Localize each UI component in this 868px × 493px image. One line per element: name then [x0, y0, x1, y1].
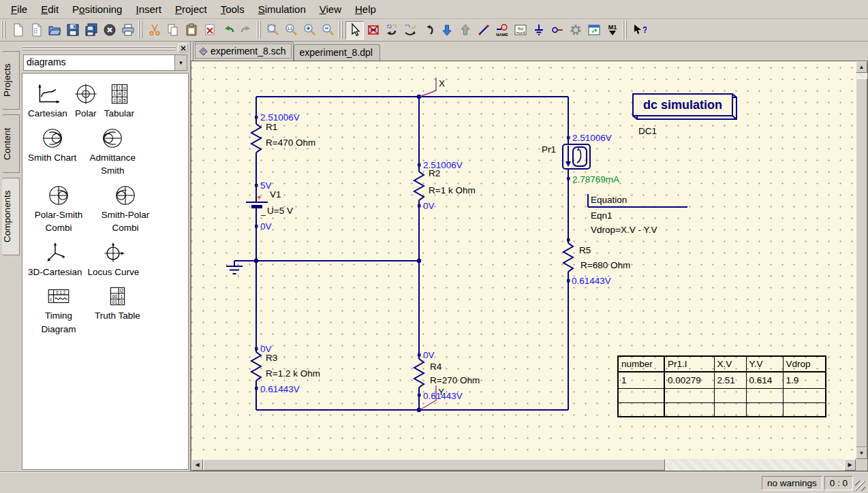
menu-positioning[interactable]: Positioning	[65, 1, 129, 17]
sidebar-tab-content[interactable]: Content	[2, 114, 20, 173]
save-all-button[interactable]	[82, 21, 100, 39]
current-probe-Pr1[interactable]: Pr1 2.51006V 2.78769mA	[542, 133, 619, 185]
cut-button[interactable]	[145, 21, 164, 39]
menu-tools[interactable]: Tools	[214, 1, 251, 17]
sidebar-tab-components[interactable]: Components	[2, 178, 20, 255]
redo-button[interactable]	[237, 21, 255, 39]
scroll-left-icon[interactable]: ◀	[191, 459, 203, 471]
document-tab-dpl[interactable]: experiment_8.dpl	[294, 44, 380, 61]
scroll-up-icon[interactable]: ▲	[856, 61, 867, 73]
diagram-item-3d-cartesian[interactable]: 3D-Cartesian	[28, 241, 82, 279]
sidebar-drag-handle[interactable]	[22, 43, 189, 53]
zoom-in-button[interactable]	[300, 21, 319, 39]
schematic-viewport[interactable]: 2.51006V R1 R=470 Ohm 5V + _ V1 U=5 V 0V	[191, 61, 856, 459]
insert-port-button[interactable]	[548, 21, 566, 39]
results-table[interactable]: numberPr1.IX.VY.VVdrop 10.002792.510.614…	[617, 355, 826, 417]
mirror-about-y-button[interactable]	[419, 21, 437, 39]
resistor-R4[interactable]: 0V R4 R=270 Ohm 0.61443V	[414, 350, 480, 401]
insert-equation-icon: f(u)=u+4	[513, 22, 528, 37]
insert-equation-button[interactable]: f(u)=u+4	[511, 21, 529, 39]
pop-out-of-subcircuit-button[interactable]	[456, 21, 474, 39]
dc-simulation-block[interactable]: dc simulation DC1	[633, 94, 737, 136]
diagram-item-cartesian[interactable]: Cartesian	[28, 82, 67, 121]
open-file-icon	[47, 22, 62, 37]
truth-table-icon: Q001010	[104, 285, 130, 307]
zoom-1-1-button[interactable]: 1:1	[282, 21, 300, 39]
svg-text:4: 4	[119, 91, 121, 96]
mirror-about-x-button[interactable]	[401, 21, 419, 39]
horizontal-scrollbar[interactable]: ◀ ▶	[191, 459, 856, 471]
simulate-button[interactable]	[566, 21, 585, 39]
view-data-display-button[interactable]	[585, 21, 603, 39]
toolbar-section-handle[interactable]	[1, 21, 6, 39]
horizontal-scroll-thumb[interactable]	[203, 459, 665, 471]
delete-button[interactable]	[200, 21, 219, 39]
insert-wire-button[interactable]	[474, 21, 493, 39]
menu-file[interactable]: File	[4, 1, 34, 17]
document-tab-sch[interactable]: experiment_8.sch	[193, 42, 294, 61]
zoom-fit-button[interactable]	[264, 21, 282, 39]
vertical-scroll-thumb[interactable]	[856, 78, 867, 447]
menu-edit[interactable]: Edit	[34, 1, 65, 17]
diagram-item-polar[interactable]: Polar	[73, 82, 99, 121]
resistor-R2[interactable]: 2.51006V R2 R=1 k Ohm 0V	[414, 160, 476, 211]
diagram-item-truth-table[interactable]: Q001010Truth Table	[95, 285, 140, 323]
component-category-select[interactable]: diagrams ▼	[23, 54, 187, 71]
toolbar-section-handle[interactable]	[138, 21, 143, 39]
paste-icon	[184, 22, 199, 37]
new-text-document-button[interactable]	[27, 21, 45, 39]
diagram-item-polar-smith-combi[interactable]: Polar-Smith Combi	[28, 184, 89, 235]
scroll-right-icon[interactable]: ▶	[844, 459, 856, 471]
results-col-header: Pr1.I	[664, 356, 714, 372]
chevron-down-icon[interactable]: ▼	[174, 55, 187, 70]
cursor-position-status: 0 : 0	[824, 476, 853, 490]
print-button[interactable]	[119, 21, 137, 39]
resistor-R1[interactable]: 2.51006V R1 R=470 Ohm	[251, 112, 315, 153]
svg-text:3: 3	[119, 98, 121, 103]
toolbar-section-handle[interactable]	[623, 21, 627, 39]
menu-insert[interactable]: Insert	[129, 1, 168, 17]
insert-wire-label-button[interactable]: NAME	[493, 21, 511, 39]
rotate-ccw-button[interactable]	[382, 21, 401, 39]
resize-grip[interactable]	[855, 481, 865, 491]
undo-button[interactable]	[219, 21, 237, 39]
ground-symbol[interactable]	[226, 261, 243, 274]
equation-block[interactable]: Equation Eqn1 Vdrop=X.V - Y.V	[588, 194, 687, 235]
menu-simulation[interactable]: Simulation	[251, 1, 313, 17]
scroll-down-icon[interactable]: ▼	[856, 447, 867, 459]
new-file-icon	[10, 22, 25, 37]
resistor-R5[interactable]: R5 R=680 Ohm 0.61443V	[563, 243, 630, 286]
paste-button[interactable]	[182, 21, 200, 39]
push-into-subcircuit-button[interactable]	[437, 21, 456, 39]
diagram-item-timing-diagram[interactable]: 0 1 2cTiming Diagram	[28, 285, 89, 336]
deactivate-component-button[interactable]	[364, 21, 382, 39]
vertical-scrollbar[interactable]: ▲ ▼	[856, 61, 867, 459]
select-pointer-button[interactable]	[345, 21, 364, 39]
resistor-R3[interactable]: 0V R3 R=1.2 k Ohm 0.61443V	[251, 344, 320, 394]
sidebar-tab-strip: ProjectsContentComponents	[0, 42, 20, 471]
diagram-item-smith-chart[interactable]: Smith Chart	[28, 127, 76, 165]
diagram-item-tabular[interactable]: fiu142235Tabular	[104, 82, 134, 121]
toolbar-section-handle[interactable]	[257, 21, 262, 39]
insert-ground-button[interactable]	[529, 21, 548, 39]
menu-project[interactable]: Project	[168, 1, 214, 17]
copy-button[interactable]	[164, 21, 182, 39]
new-file-button[interactable]	[8, 21, 27, 39]
diagram-item-admittance-smith[interactable]: Admittance Smith	[82, 127, 143, 178]
sidebar-tab-projects[interactable]: Projects	[2, 51, 20, 110]
menu-help[interactable]: Help	[348, 1, 383, 17]
node-label-X[interactable]: X	[420, 78, 445, 97]
diagram-item-label: Cartesian	[28, 107, 67, 121]
set-marker-button[interactable]: M1	[603, 21, 621, 39]
whats-this-help-button[interactable]: ?	[630, 21, 648, 39]
sidebar-close-button[interactable]	[178, 44, 188, 52]
voltage-source-V1[interactable]: 5V + _ V1 U=5 V 0V	[246, 180, 293, 232]
open-file-button[interactable]	[45, 21, 63, 39]
toolbar-section-handle[interactable]	[339, 21, 343, 39]
zoom-out-button[interactable]	[319, 21, 337, 39]
save-button[interactable]	[63, 21, 82, 39]
close-document-button[interactable]	[100, 21, 119, 39]
diagram-item-smith-polar-combi[interactable]: Smith-Polar Combi	[95, 184, 156, 235]
diagram-item-locus-curve[interactable]: Locus Curve	[88, 241, 140, 279]
menu-view[interactable]: View	[313, 1, 348, 17]
